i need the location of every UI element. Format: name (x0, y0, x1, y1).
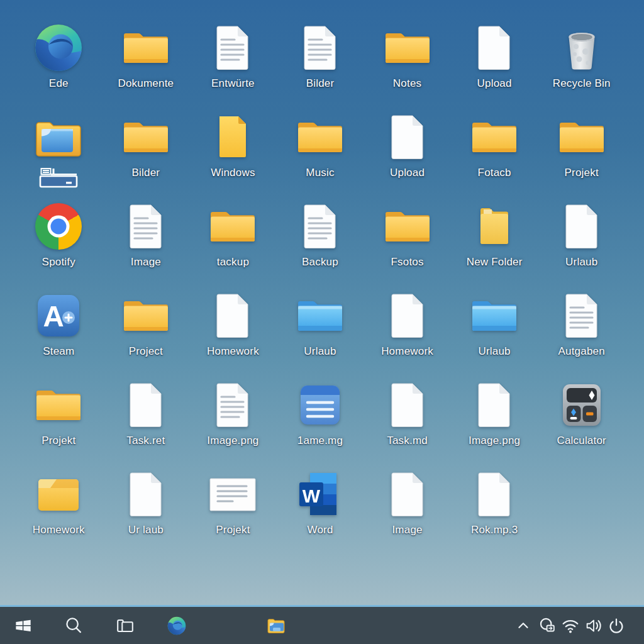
desktop-icon-word[interactable]: W Word (277, 459, 364, 548)
desktop-icon-projekt-folder-2[interactable]: Projekt (15, 370, 103, 459)
desktop-icon-rok-mp3[interactable]: Rok.mp.3 (451, 459, 538, 548)
doc-blank-icon (554, 199, 609, 254)
svg-text:W: W (303, 486, 321, 506)
wifi-icon (560, 616, 580, 636)
icon-label: Image (392, 524, 422, 536)
rename-box-graphic (32, 167, 85, 194)
taskbar-search-button[interactable] (59, 611, 88, 640)
volume-icon (584, 616, 604, 636)
desktop-icon-bilder-folder[interactable]: Bilder (103, 102, 190, 191)
icon-label: Calculator (557, 435, 606, 447)
desktop-icon-image-png-2[interactable]: Image.png (451, 370, 538, 459)
desktop-icon-image-png-1[interactable]: Image.png (189, 370, 277, 459)
desktop-icon-task-ret[interactable]: Task.ret (103, 370, 190, 459)
desktop-icon-task-md[interactable]: Task.md (364, 370, 451, 459)
desktop-icon-image-doc-2[interactable]: Image (364, 459, 451, 548)
icon-label: Notes (393, 77, 421, 90)
icon-label: Urlaub (478, 345, 510, 358)
icon-label: Upload (390, 167, 425, 179)
icon-label: Image.png (207, 435, 258, 447)
power-icon (606, 616, 626, 636)
desktop-icon-ur-laub[interactable]: Ur laub (103, 459, 190, 548)
doc-blank-icon (467, 467, 522, 522)
tray-tray-expand-button[interactable] (511, 613, 536, 638)
desktop-icon-urlaub-doc[interactable]: Urlaub (538, 191, 625, 280)
device-tray-icon (538, 616, 557, 635)
desktop-icon-homework-doc[interactable]: Homework (189, 280, 277, 370)
icon-label: Homework (207, 345, 259, 358)
taskbar-start-button[interactable] (10, 613, 36, 639)
desktop-icon-upload-doc[interactable]: Upload (451, 13, 538, 102)
folder-open-icon (31, 467, 86, 522)
doc-blank-icon (118, 467, 174, 522)
desktop-icon-backup[interactable]: Backup (277, 191, 364, 280)
icon-label: New Folder (467, 256, 523, 269)
taskbar (0, 605, 644, 644)
folder-blue-icon (467, 288, 522, 343)
desktop-icon-windows[interactable]: Windows (189, 102, 277, 191)
desktop-icon-entwuerte[interactable]: Entwürte (189, 13, 277, 102)
desktop-icon-homework-folder[interactable]: Homework (15, 459, 103, 548)
desktop-icon-urlaub-blue-2[interactable]: Urlaub (451, 280, 538, 370)
icon-label: Recycle Bin (553, 77, 611, 90)
desktop-icon-upload-doc-2[interactable]: Upload (364, 102, 451, 191)
desktop-icon-music[interactable]: Music (277, 102, 364, 191)
icon-label: Urlaub (565, 256, 597, 269)
folder-tall-icon (467, 199, 522, 254)
desktop-icon-projekt-card[interactable]: Projekt (189, 459, 277, 548)
doc-blank-icon (467, 377, 522, 433)
edge-icon (31, 20, 86, 75)
desktop-icon-urlaub-blue-1[interactable]: Urlaub (277, 280, 364, 370)
desktop-icon-projekt-folder[interactable]: Projekt (538, 102, 625, 191)
desktop-icon-tackup[interactable]: tackup (189, 191, 277, 280)
taskbar-file-explorer-button[interactable] (262, 611, 292, 641)
calculator-icon (554, 377, 609, 433)
desktop-icon-new-folder[interactable]: New Folder (451, 191, 538, 280)
aplus-icon: A (31, 288, 86, 343)
folder-icon (205, 199, 260, 254)
tray-power-button[interactable] (602, 612, 630, 640)
folder-icon (554, 109, 609, 165)
desktop-icon-notes[interactable]: Notes (364, 13, 451, 102)
doc-lines-icon (205, 20, 260, 75)
word-icon: W (292, 467, 348, 522)
search-icon (63, 615, 84, 636)
desktop-icon-bilder-doc[interactable]: Bilder (277, 13, 364, 102)
file-explorer-icon (265, 614, 288, 637)
desktop-icon-dokumente[interactable]: Dokumente (103, 13, 190, 102)
desktop-icon-image-doc[interactable]: Image (103, 191, 190, 280)
desktop-icon-recycle-bin[interactable]: Recycle Bin (538, 13, 625, 102)
icon-label: Autgaben (558, 345, 605, 358)
desktop-icon-ede[interactable]: Ede (15, 13, 103, 102)
desktop-icon-file-explorer[interactable] (15, 102, 103, 191)
icon-label: Projekt (565, 167, 599, 179)
windows-start-icon (14, 616, 33, 635)
taskbar-edge-button[interactable] (162, 611, 191, 640)
doc-lines-icon (205, 377, 260, 433)
icon-label: Spotify (42, 256, 75, 269)
folder-icon (292, 109, 348, 165)
desktop-surface[interactable]: Ede Dokumente Entwürte Bilder Notes Uplo… (0, 0, 644, 605)
desktop-icon-fotacb[interactable]: Fotacb (451, 102, 538, 191)
desktop-icon-spotify[interactable]: Spotify (15, 191, 103, 280)
desktop-icon-calculator[interactable]: Calculator (538, 370, 625, 459)
desktop-icon-steam[interactable]: A Steam (15, 280, 103, 370)
desktop-icon-fsotos[interactable]: Fsotos (364, 191, 451, 280)
folder-icon (118, 109, 174, 165)
doc-lines-icon (554, 288, 609, 343)
edge-icon (166, 615, 187, 636)
doc-blank-icon (380, 109, 435, 165)
desktop-icon-autgaben[interactable]: Autgaben (538, 280, 625, 370)
icon-label: Windows (211, 167, 255, 179)
desktop-icon-1ame-mg[interactable]: 1ame.mg (277, 370, 364, 459)
desktop-icon-homework-doc-2[interactable]: Homework (364, 280, 451, 370)
chrome-icon (31, 199, 86, 254)
icon-label: Projekt (42, 435, 75, 447)
desktop-icon-project-folder[interactable]: Project (103, 280, 190, 370)
folder-icon (118, 288, 174, 343)
icon-label: Steam (43, 345, 74, 358)
icon-label: Image (131, 256, 161, 269)
doc-lines-icon (292, 20, 348, 75)
doc-blank-icon (380, 288, 435, 343)
taskbar-task-view-button[interactable] (111, 611, 140, 640)
